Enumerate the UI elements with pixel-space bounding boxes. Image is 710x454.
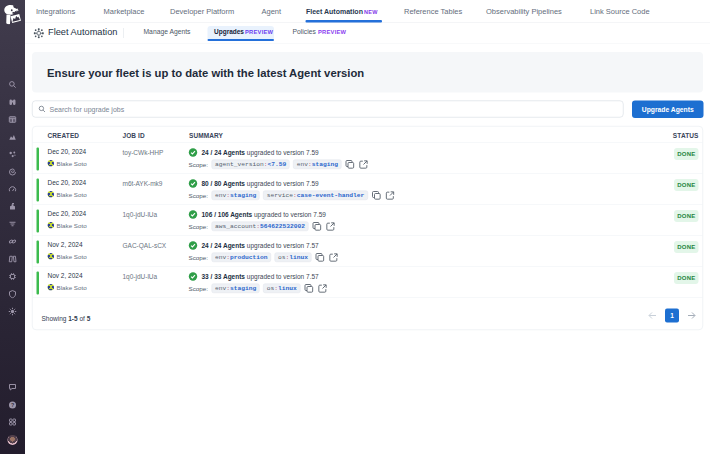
svg-text:?: ? [11,402,14,408]
